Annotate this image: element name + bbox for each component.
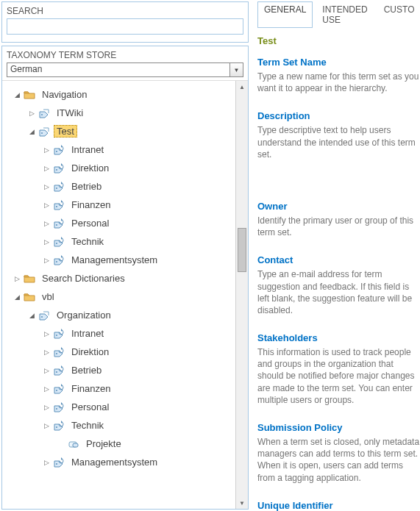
expand-icon[interactable]: ▷ (42, 257, 51, 264)
tree-node-intranet2[interactable]: ▷ Intranet (7, 324, 246, 343)
tree-node-finanzen[interactable]: ▷ Finanzen (7, 196, 246, 214)
page-title: Test (257, 35, 420, 46)
tree-node-betrieb2[interactable]: ▷ Betrieb (7, 361, 246, 379)
tree-label[interactable]: Direktion (68, 162, 112, 174)
expand-icon[interactable]: ▷ (42, 349, 51, 356)
field-label: Submission Policy (257, 422, 420, 433)
language-dropdown[interactable]: German ▼ (7, 62, 243, 77)
tree-label[interactable]: Managementsystem (68, 254, 160, 266)
tree-label[interactable]: ITWiki (54, 107, 86, 119)
field-owner: Owner Identify the primary user or group… (257, 201, 420, 238)
expand-icon[interactable]: ▷ (42, 385, 51, 393)
tree-node-search-dictionaries[interactable]: ▷ Search Dictionaries (7, 269, 246, 287)
tree-label-selected[interactable]: Test (54, 125, 77, 137)
reuse-term-icon (52, 420, 65, 432)
tree-label[interactable]: Intranet (68, 327, 107, 340)
collapse-icon[interactable]: ◢ (13, 293, 21, 301)
tree-node-vbl[interactable]: ◢ vbl (7, 287, 246, 306)
tree-node-intranet[interactable]: ▷ Intranet (7, 140, 246, 159)
tree-node-managementsystem2[interactable]: ▷ Managementsystem (7, 453, 246, 471)
folder-icon (23, 273, 36, 285)
tree-node-technik[interactable]: ▷ Technik (7, 232, 246, 251)
tree-node-betrieb[interactable]: ▷ Betrieb (7, 177, 246, 196)
tree-node-finanzen2[interactable]: ▷ Finanzen (7, 379, 246, 398)
tree-node-direktion2[interactable]: ▷ Direktion (7, 343, 246, 361)
expand-icon[interactable]: ▷ (42, 367, 51, 374)
tree-label[interactable]: Personal (68, 217, 112, 229)
expand-icon[interactable]: ▷ (42, 165, 51, 172)
tree-node-test[interactable]: ◢ Test (7, 122, 246, 140)
field-desc: This information is used to track people… (257, 346, 420, 406)
collapse-icon[interactable]: ◢ (13, 91, 21, 99)
dropdown-arrow-icon[interactable]: ▼ (230, 62, 243, 77)
field-desc: When a term set is closed, only metadata… (257, 436, 420, 484)
folder-icon (23, 89, 36, 101)
tab-intended-use[interactable]: INTENDED USE (316, 1, 374, 28)
term-tree: ◢ Navigation ▷ ITWiki ◢ Test (2, 81, 248, 509)
language-selected[interactable]: German (7, 62, 230, 77)
left-panel: SEARCH TAXONOMY TERM STORE German ▼ ◢ Na… (0, 0, 250, 511)
tree-node-organization[interactable]: ◢ Organization (7, 306, 246, 324)
scroll-down-icon[interactable]: ▼ (236, 497, 248, 509)
field-desc: Type descriptive text to help users unde… (257, 124, 420, 160)
tree-label[interactable]: Search Dictionaries (39, 272, 128, 285)
expand-icon[interactable]: ▷ (42, 201, 51, 209)
tree-label[interactable]: Managementsystem (68, 456, 160, 468)
expand-icon[interactable]: ▷ (42, 238, 51, 246)
reuse-term-icon (52, 346, 65, 358)
tree-label[interactable]: Organization (54, 309, 114, 321)
tree-node-personal2[interactable]: ▷ Personal (7, 398, 246, 416)
tab-general[interactable]: GENERAL (257, 1, 313, 28)
collapse-icon[interactable]: ◢ (27, 312, 36, 319)
tree-label[interactable]: Navigation (39, 88, 90, 101)
expand-icon[interactable]: ▷ (13, 275, 21, 282)
termset-icon (38, 126, 51, 137)
reuse-term-icon (52, 254, 65, 266)
tree-node-direktion[interactable]: ▷ Direktion (7, 159, 246, 177)
tree-label[interactable]: vbl (39, 290, 57, 303)
termset-icon (38, 310, 51, 321)
tree-node-managementsystem[interactable]: ▷ Managementsystem (7, 251, 246, 269)
expand-icon[interactable]: ▷ (42, 404, 51, 411)
field-contact: Contact Type an e-mail address for term … (257, 254, 420, 316)
search-input[interactable] (7, 18, 243, 35)
reuse-term-icon (52, 236, 65, 248)
tree-label[interactable]: Projekte (83, 437, 124, 450)
tab-custom[interactable]: CUSTO (377, 1, 420, 28)
tree-label[interactable]: Intranet (68, 143, 107, 156)
expand-icon[interactable]: ▷ (42, 330, 51, 337)
tree-node-personal[interactable]: ▷ Personal (7, 214, 246, 232)
expand-icon[interactable]: ▷ (42, 459, 51, 466)
reuse-term-icon (52, 162, 65, 174)
tree-label[interactable]: Technik (68, 419, 107, 432)
tree-node-technik2[interactable]: ▷ Technik (7, 416, 246, 435)
tree-label[interactable]: Finanzen (68, 199, 113, 211)
tree-label[interactable]: Technik (68, 235, 107, 248)
tree-label[interactable]: Betrieb (68, 364, 104, 376)
tree-node-itwiki[interactable]: ▷ ITWiki (7, 104, 246, 122)
collapse-icon[interactable]: ◢ (27, 128, 36, 135)
field-label: Owner (257, 201, 420, 212)
tree-label[interactable]: Personal (68, 401, 112, 413)
scroll-up-icon[interactable]: ▲ (236, 81, 248, 93)
field-desc: Identify the primary user or group of th… (257, 215, 420, 238)
field-label: Description (257, 110, 420, 121)
right-panel: GENERAL INTENDED USE CUSTO Test Term Set… (250, 0, 420, 511)
expand-icon[interactable]: ▷ (27, 110, 36, 117)
field-label: Term Set Name (257, 57, 420, 68)
field-description: Description Type descriptive text to hel… (257, 110, 420, 160)
tree-label[interactable]: Finanzen (68, 382, 113, 395)
tree-node-projekte[interactable]: Projekte (7, 435, 246, 453)
tree-node-navigation[interactable]: ◢ Navigation (7, 85, 246, 104)
scroll-thumb[interactable] (238, 228, 246, 272)
expand-icon[interactable]: ▷ (42, 220, 51, 227)
tree-label[interactable]: Direktion (68, 346, 112, 358)
reuse-term-icon (52, 328, 65, 340)
tree-label[interactable]: Betrieb (68, 180, 104, 193)
expand-icon[interactable]: ▷ (42, 146, 51, 154)
expand-icon[interactable]: ▷ (42, 422, 51, 429)
tree-scrollbar[interactable]: ▲ ▼ (235, 81, 248, 509)
expand-icon[interactable]: ▷ (42, 183, 51, 190)
field-term-set-name: Term Set Name Type a new name for this t… (257, 57, 420, 94)
reuse-term-icon (52, 401, 65, 413)
